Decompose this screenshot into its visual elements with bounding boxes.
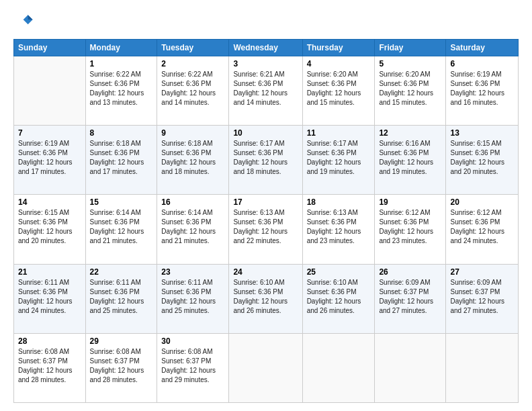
daylight-hours: Daylight: 12 hours and 24 minutes. [18, 298, 73, 314]
day-number: 12 [379, 128, 441, 138]
daylight-hours: Daylight: 12 hours and 22 minutes. [233, 228, 287, 244]
calendar-cell [375, 333, 446, 402]
day-number: 16 [161, 197, 224, 207]
daylight-hours: Daylight: 12 hours and 23 minutes. [379, 228, 433, 244]
daylight-hours: Daylight: 12 hours and 17 minutes. [18, 158, 73, 175]
day-number: 1 [90, 59, 153, 68]
daylight-hours: Daylight: 12 hours and 24 minutes. [450, 228, 504, 244]
calendar-cell: 6 Sunrise: 6:19 AM Sunset: 6:36 PM Dayli… [446, 56, 519, 126]
calendar-cell: 5 Sunrise: 6:20 AM Sunset: 6:36 PM Dayli… [375, 56, 446, 126]
svg-marker-1 [28, 15, 33, 19]
day-of-week-wednesday: Wednesday [229, 40, 302, 56]
sunrise-time: Sunrise: 6:15 AM [18, 209, 69, 216]
sunrise-time: Sunrise: 6:16 AM [379, 140, 430, 147]
logo-icon [15, 11, 34, 30]
sunset-time: Sunset: 6:36 PM [379, 149, 429, 156]
sunrise-time: Sunrise: 6:14 AM [161, 209, 212, 216]
sunset-time: Sunset: 6:36 PM [450, 80, 500, 87]
daylight-hours: Daylight: 12 hours and 20 minutes. [450, 158, 504, 175]
day-of-week-tuesday: Tuesday [157, 40, 229, 56]
calendar-cell: 23 Sunrise: 6:11 AM Sunset: 6:36 PM Dayl… [157, 264, 229, 333]
calendar-cell: 17 Sunrise: 6:13 AM Sunset: 6:36 PM Dayl… [229, 195, 302, 264]
daylight-hours: Daylight: 12 hours and 25 minutes. [161, 298, 216, 314]
daylight-hours: Daylight: 12 hours and 15 minutes. [379, 89, 433, 106]
day-number: 3 [233, 59, 298, 68]
daylight-hours: Daylight: 12 hours and 16 minutes. [450, 89, 504, 106]
sunrise-time: Sunrise: 6:09 AM [379, 279, 430, 286]
sunset-time: Sunset: 6:37 PM [161, 357, 211, 365]
daylight-hours: Daylight: 12 hours and 26 minutes. [307, 298, 361, 314]
page: SundayMondayTuesdayWednesdayThursdayFrid… [0, 0, 532, 411]
day-number: 28 [18, 336, 81, 346]
day-number: 23 [161, 267, 224, 277]
day-info: Sunrise: 6:21 AM Sunset: 6:36 PM Dayligh… [233, 70, 298, 107]
day-number: 22 [90, 267, 153, 277]
day-info: Sunrise: 6:19 AM Sunset: 6:36 PM Dayligh… [450, 70, 514, 107]
calendar-cell [446, 333, 519, 402]
sunset-time: Sunset: 6:36 PM [307, 288, 357, 295]
day-number: 30 [161, 336, 224, 346]
sunrise-time: Sunrise: 6:11 AM [18, 279, 69, 286]
day-info: Sunrise: 6:11 AM Sunset: 6:36 PM Dayligh… [90, 278, 153, 316]
day-number: 8 [90, 128, 153, 138]
day-info: Sunrise: 6:18 AM Sunset: 6:36 PM Dayligh… [161, 139, 224, 177]
sunset-time: Sunset: 6:36 PM [90, 288, 140, 295]
sunrise-time: Sunrise: 6:10 AM [307, 279, 358, 286]
day-info: Sunrise: 6:12 AM Sunset: 6:36 PM Dayligh… [379, 208, 441, 246]
day-number: 15 [90, 197, 153, 207]
daylight-hours: Daylight: 12 hours and 21 minutes. [161, 228, 216, 244]
sunset-time: Sunset: 6:36 PM [450, 149, 500, 156]
calendar-week-4: 21 Sunrise: 6:11 AM Sunset: 6:36 PM Dayl… [14, 264, 519, 333]
header [13, 11, 519, 32]
daylight-hours: Daylight: 12 hours and 28 minutes. [90, 367, 144, 383]
sunset-time: Sunset: 6:36 PM [161, 80, 211, 87]
day-number: 24 [233, 267, 298, 277]
logo [13, 11, 34, 32]
sunrise-time: Sunrise: 6:11 AM [90, 279, 141, 286]
day-info: Sunrise: 6:22 AM Sunset: 6:36 PM Dayligh… [90, 70, 153, 107]
sunrise-time: Sunrise: 6:08 AM [161, 348, 212, 355]
sunrise-time: Sunrise: 6:20 AM [379, 71, 430, 78]
sunset-time: Sunset: 6:36 PM [90, 218, 140, 226]
day-info: Sunrise: 6:10 AM Sunset: 6:36 PM Dayligh… [307, 278, 371, 316]
day-number: 9 [161, 128, 224, 138]
sunset-time: Sunset: 6:36 PM [233, 218, 283, 226]
day-number: 19 [379, 197, 441, 207]
sunset-time: Sunset: 6:37 PM [18, 357, 68, 365]
day-info: Sunrise: 6:08 AM Sunset: 6:37 PM Dayligh… [90, 347, 153, 385]
sunrise-time: Sunrise: 6:13 AM [307, 209, 358, 216]
sunrise-time: Sunrise: 6:13 AM [233, 209, 284, 216]
calendar-week-1: 1 Sunrise: 6:22 AM Sunset: 6:36 PM Dayli… [14, 56, 519, 126]
calendar-cell: 21 Sunrise: 6:11 AM Sunset: 6:36 PM Dayl… [14, 264, 86, 333]
sunrise-time: Sunrise: 6:22 AM [161, 71, 212, 78]
calendar-week-2: 7 Sunrise: 6:19 AM Sunset: 6:36 PM Dayli… [14, 126, 519, 195]
sunset-time: Sunset: 6:36 PM [233, 149, 283, 156]
daylight-hours: Daylight: 12 hours and 25 minutes. [90, 298, 144, 314]
day-number: 4 [307, 59, 371, 68]
daylight-hours: Daylight: 12 hours and 14 minutes. [233, 89, 287, 106]
day-info: Sunrise: 6:20 AM Sunset: 6:36 PM Dayligh… [307, 70, 371, 107]
sunset-time: Sunset: 6:36 PM [307, 218, 357, 226]
sunset-time: Sunset: 6:36 PM [18, 149, 68, 156]
calendar-cell: 22 Sunrise: 6:11 AM Sunset: 6:36 PM Dayl… [85, 264, 157, 333]
sunrise-time: Sunrise: 6:12 AM [379, 209, 430, 216]
day-number: 7 [18, 128, 81, 138]
day-info: Sunrise: 6:15 AM Sunset: 6:36 PM Dayligh… [18, 208, 81, 246]
calendar-cell: 7 Sunrise: 6:19 AM Sunset: 6:36 PM Dayli… [14, 126, 86, 195]
sunset-time: Sunset: 6:36 PM [233, 80, 283, 87]
day-number: 20 [450, 197, 514, 207]
sunrise-time: Sunrise: 6:08 AM [18, 348, 69, 355]
day-info: Sunrise: 6:11 AM Sunset: 6:36 PM Dayligh… [161, 278, 224, 316]
sunset-time: Sunset: 6:36 PM [90, 80, 140, 87]
daylight-hours: Daylight: 12 hours and 29 minutes. [161, 367, 216, 383]
daylight-hours: Daylight: 12 hours and 23 minutes. [307, 228, 361, 244]
day-number: 21 [18, 267, 81, 277]
day-info: Sunrise: 6:15 AM Sunset: 6:36 PM Dayligh… [450, 139, 514, 177]
daylight-hours: Daylight: 12 hours and 19 minutes. [379, 158, 433, 175]
calendar-cell: 30 Sunrise: 6:08 AM Sunset: 6:37 PM Dayl… [157, 333, 229, 402]
sunrise-time: Sunrise: 6:09 AM [450, 279, 501, 286]
sunset-time: Sunset: 6:36 PM [161, 288, 211, 295]
sunrise-time: Sunrise: 6:08 AM [90, 348, 141, 355]
calendar-cell: 28 Sunrise: 6:08 AM Sunset: 6:37 PM Dayl… [14, 333, 86, 402]
sunrise-time: Sunrise: 6:20 AM [307, 71, 358, 78]
